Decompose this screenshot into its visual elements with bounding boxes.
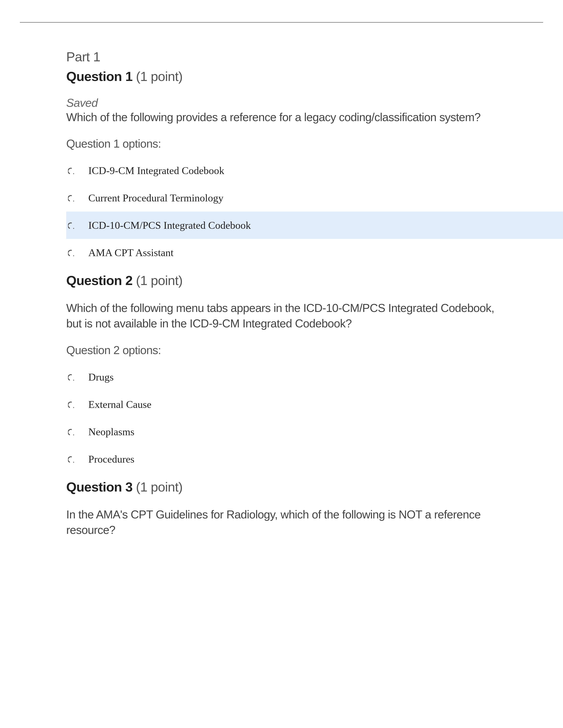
q2-option-3-text: Procedures [88, 453, 134, 465]
question-3-heading: Question 3 (1 point) [66, 479, 497, 495]
radio-icon [68, 250, 75, 257]
svg-point-4 [73, 380, 74, 381]
question-1-label: Question 1 [66, 69, 132, 84]
q1-option-3[interactable]: AMA CPT Assistant [66, 239, 497, 266]
part-heading: Part 1 [66, 49, 497, 64]
radio-icon [68, 456, 75, 463]
radio-icon [68, 401, 75, 409]
q2-option-1[interactable]: External Cause [66, 391, 497, 418]
q1-option-0[interactable]: ICD-9-CM Integrated Codebook [66, 157, 497, 184]
svg-point-3 [73, 255, 74, 256]
q2-option-3[interactable]: Procedures [66, 445, 497, 473]
question-1-points: (1 point) [136, 69, 182, 84]
question-1-saved: Saved [66, 96, 497, 109]
svg-point-5 [73, 407, 74, 408]
svg-point-1 [73, 201, 74, 201]
q2-option-0-text: Drugs [88, 371, 114, 383]
question-2-label: Question 2 [66, 273, 132, 288]
q2-option-0[interactable]: Drugs [66, 363, 497, 391]
radio-icon [68, 167, 75, 175]
question-2-text: Which of the following menu tabs appears… [66, 300, 497, 331]
question-3-text: In the AMA's CPT Guidelines for Radiolog… [66, 507, 497, 538]
q2-option-2[interactable]: Neoplasms [66, 418, 497, 445]
q2-option-1-text: External Cause [88, 398, 151, 410]
question-2-points: (1 point) [136, 273, 182, 288]
svg-point-6 [73, 434, 74, 435]
question-3-points: (1 point) [136, 480, 182, 494]
question-1-options-label: Question 1 options: [66, 137, 497, 150]
svg-point-0 [73, 173, 74, 174]
question-3-label: Question 3 [66, 480, 132, 494]
question-2-heading: Question 2 (1 point) [66, 273, 497, 288]
question-1-text: Which of the following provides a refere… [66, 109, 497, 125]
q1-option-1[interactable]: Current Procedural Terminology [66, 184, 497, 212]
question-2-options-label: Question 2 options: [66, 343, 497, 357]
content-area: Part 1 Question 1 (1 point) Saved Which … [0, 23, 563, 538]
q1-option-2[interactable]: ICD-10-CM/PCS Integrated Codebook [66, 212, 563, 239]
radio-icon [68, 195, 75, 202]
q1-option-3-text: AMA CPT Assistant [88, 247, 173, 259]
page: Part 1 Question 1 (1 point) Saved Which … [0, 22, 563, 728]
question-1-heading: Question 1 (1 point) [66, 69, 497, 84]
radio-icon [68, 429, 75, 436]
svg-point-2 [73, 228, 74, 229]
radio-icon [68, 222, 75, 230]
q2-option-2-text: Neoplasms [88, 426, 134, 438]
svg-point-7 [73, 462, 74, 463]
radio-icon [68, 374, 75, 381]
q1-option-1-text: Current Procedural Terminology [88, 192, 223, 204]
q1-option-2-text: ICD-10-CM/PCS Integrated Codebook [88, 219, 251, 231]
q1-option-0-text: ICD-9-CM Integrated Codebook [88, 165, 224, 176]
